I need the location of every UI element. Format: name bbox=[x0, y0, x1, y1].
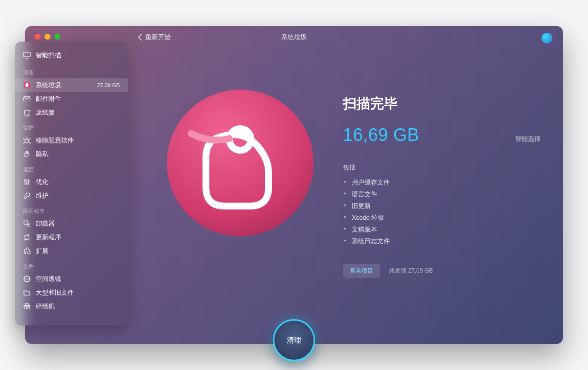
sidebar-item[interactable]: 扩展 bbox=[15, 244, 128, 258]
sidebar-item-label: 扩展 bbox=[36, 247, 120, 255]
uninstall-icon bbox=[23, 220, 31, 228]
sidebar-item-label: 隐私 bbox=[36, 150, 120, 159]
system-junk-hero-icon bbox=[162, 85, 318, 241]
sidebar-item[interactable]: 维护 bbox=[15, 189, 128, 203]
sidebar-item-label: 系统垃圾 bbox=[36, 81, 92, 90]
sidebar-item-smart-scan[interactable]: 智能扫描 bbox=[15, 48, 128, 62]
sidebar-section-title: 应用程序 bbox=[15, 203, 128, 217]
includes-item: 文稿版本 bbox=[343, 224, 543, 235]
shredder-icon bbox=[23, 302, 31, 310]
sidebar-item[interactable]: 隐私 bbox=[15, 147, 128, 161]
svg-point-3 bbox=[25, 139, 29, 143]
smart-select-link[interactable]: 智能选择 bbox=[515, 135, 543, 143]
sidebar-item-label: 移除恶意软件 bbox=[36, 136, 120, 145]
sidebar-item[interactable]: 优化 bbox=[15, 175, 128, 189]
includes-item: 系统日志文件 bbox=[343, 235, 543, 247]
scan-heading: 扫描完毕 bbox=[343, 94, 543, 113]
sidebar-item[interactable]: 大型和旧文件 bbox=[15, 286, 128, 300]
back-button[interactable]: 重新开始 bbox=[137, 33, 171, 42]
top-bar: 重新开始 系统垃圾 bbox=[25, 33, 563, 42]
envelope-icon bbox=[23, 95, 31, 103]
includes-item: 用户缓存文件 bbox=[343, 177, 543, 188]
svg-point-6 bbox=[28, 181, 30, 182]
found-total: 共发现 27,09 GB bbox=[389, 267, 433, 275]
folder-icon bbox=[23, 289, 31, 297]
sliders-icon bbox=[23, 178, 31, 186]
scan-results: 扫描完毕 16,69 GB 智能选择 包括 用户缓存文件语言文件旧更新Xcode… bbox=[343, 65, 543, 278]
sidebar-item-label: 废纸篓 bbox=[36, 108, 120, 117]
view-items-button[interactable]: 查看项目 bbox=[343, 264, 380, 278]
sidebar-item-label: 邮件附件 bbox=[36, 94, 120, 103]
sidebar-item-label: 更新程序 bbox=[36, 233, 120, 242]
includes-label: 包括 bbox=[343, 163, 543, 172]
sidebar-item-label: 卸载器 bbox=[36, 219, 120, 228]
extension-icon bbox=[23, 247, 31, 255]
sidebar-section-title: 速度 bbox=[15, 161, 128, 175]
sidebar-section-title: 清理 bbox=[15, 64, 128, 78]
profile-avatar[interactable] bbox=[542, 33, 552, 44]
includes-item: 语言文件 bbox=[343, 188, 543, 200]
sidebar: 智能扫描 清理系统垃圾27,09 GB邮件附件废纸篓保护移除恶意软件隐私速度优化… bbox=[15, 42, 128, 325]
sidebar-item[interactable]: 更新程序 bbox=[15, 231, 128, 244]
sidebar-item[interactable]: 空间透镜 bbox=[15, 272, 128, 286]
page-title: 系统垃圾 bbox=[281, 33, 307, 42]
sidebar-section-title: 保护 bbox=[15, 119, 128, 134]
app-window: 重新开始 系统垃圾 智能扫描 清理系统垃圾27,09 GB邮件附件废纸篓保护移除… bbox=[25, 26, 563, 344]
selected-size: 16,69 GB bbox=[343, 125, 419, 145]
back-label: 重新开始 bbox=[145, 33, 171, 42]
sidebar-item[interactable]: 卸载器 bbox=[15, 217, 128, 231]
chevron-left-icon bbox=[137, 34, 142, 41]
includes-item: 旧更新 bbox=[343, 200, 543, 212]
sidebar-item-label: 空间透镜 bbox=[36, 275, 120, 283]
sidebar-section-title: 文件 bbox=[15, 258, 128, 272]
sidebar-item[interactable]: 碎纸机 bbox=[15, 300, 128, 313]
clean-button[interactable]: 清理 bbox=[273, 319, 315, 361]
sidebar-item-label: 大型和旧文件 bbox=[36, 288, 120, 297]
monitor-icon bbox=[23, 51, 31, 59]
svg-point-5 bbox=[26, 183, 28, 184]
trash-badge-icon bbox=[23, 81, 31, 89]
lens-icon bbox=[23, 275, 31, 283]
sidebar-item-label: 碎纸机 bbox=[36, 302, 120, 311]
includes-item: Xcode 垃圾 bbox=[343, 212, 543, 224]
svg-point-4 bbox=[24, 180, 26, 182]
hand-icon bbox=[23, 150, 31, 158]
sidebar-item-label: 维护 bbox=[36, 191, 120, 200]
bug-icon bbox=[23, 137, 31, 144]
sidebar-item-badge: 27,09 GB bbox=[97, 82, 120, 88]
sidebar-item-label: 优化 bbox=[36, 178, 120, 186]
sidebar-item-label: 智能扫描 bbox=[36, 51, 120, 60]
update-icon bbox=[23, 233, 31, 241]
includes-list: 用户缓存文件语言文件旧更新Xcode 垃圾文稿版本系统日志文件 bbox=[343, 177, 543, 247]
main-panel: 扫描完毕 16,69 GB 智能选择 包括 用户缓存文件语言文件旧更新Xcode… bbox=[152, 65, 543, 300]
bin-icon bbox=[23, 109, 31, 116]
sidebar-item[interactable]: 废纸篓 bbox=[15, 106, 128, 119]
sidebar-item[interactable]: 系统垃圾27,09 GB bbox=[15, 78, 128, 92]
wrench-icon bbox=[23, 192, 31, 200]
sidebar-item[interactable]: 邮件附件 bbox=[15, 92, 128, 106]
svg-rect-0 bbox=[23, 52, 30, 57]
sidebar-item[interactable]: 移除恶意软件 bbox=[15, 134, 128, 147]
svg-point-10 bbox=[167, 90, 314, 236]
